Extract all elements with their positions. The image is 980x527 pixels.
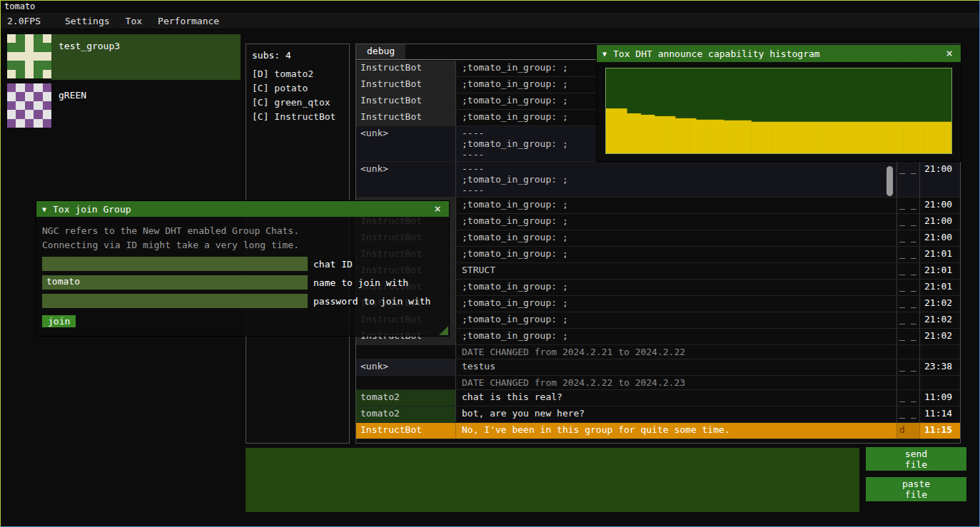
- message-time: 23:38: [920, 359, 960, 375]
- message-time: 11:14: [920, 406, 960, 422]
- group-avatar: [7, 83, 51, 128]
- join-name-label: name to join with: [313, 277, 408, 288]
- chat-id-input[interactable]: [42, 257, 308, 271]
- message-text: DATE CHANGED from 2024.2.22 to 2024.2.23: [456, 376, 897, 389]
- message-time: 21:00: [920, 214, 960, 230]
- chat-row: DATE CHANGED from 2024.2.22 to 2024.2.23: [356, 376, 960, 390]
- join-password-input[interactable]: [42, 294, 308, 308]
- message-input[interactable]: [246, 448, 859, 512]
- chat-row: InstructBotNo, I've been in this group f…: [356, 423, 960, 439]
- message-author: InstructBot: [356, 110, 456, 126]
- message-marks: _ _: [897, 247, 920, 262]
- group-avatar: [7, 34, 51, 78]
- message-text: ;tomato_in_group: ;: [456, 230, 897, 246]
- tab-debug[interactable]: debug: [356, 44, 405, 59]
- message-marks: _ _: [897, 312, 920, 328]
- join-window-title: Tox join Group: [53, 204, 432, 215]
- message-text: ;tomato_in_group: ;: [456, 312, 897, 328]
- message-marks: [897, 345, 920, 359]
- message-time: [920, 376, 960, 389]
- window-title: tomato: [4, 1, 35, 11]
- message-marks: _ _: [897, 390, 920, 406]
- message-author: [356, 376, 456, 389]
- group-name: gREEN: [51, 83, 241, 129]
- menu-item-settings[interactable]: Settings: [57, 13, 118, 29]
- message-marks: _ _: [897, 359, 920, 375]
- message-text: STRUCT: [456, 263, 897, 279]
- join-password-label: password to join with: [313, 296, 430, 307]
- message-author: [356, 345, 456, 359]
- member-item-tomato2[interactable]: [D] tomato2: [246, 68, 349, 82]
- histogram-window: ▼ Tox DHT announce capability histogram …: [597, 45, 961, 161]
- message-time: 21:01: [920, 247, 960, 262]
- message-author: InstructBot: [356, 93, 456, 109]
- paste-file-button[interactable]: paste file: [866, 477, 966, 501]
- chat-row: <unk>testus_ _23:38: [356, 359, 960, 376]
- join-name-input[interactable]: tomato: [42, 275, 308, 290]
- message-time: 21:02: [920, 296, 960, 312]
- message-text: ;tomato_in_group: ;: [456, 247, 897, 262]
- message-time: 11:09: [920, 390, 960, 406]
- message-marks: _ _: [897, 296, 920, 312]
- collapse-arrow-icon[interactable]: ▼: [42, 205, 46, 213]
- message-text: ;tomato_in_group: ;: [456, 198, 897, 213]
- join-window-titlebar[interactable]: ▼ Tox join Group ×: [36, 201, 449, 217]
- message-author: <unk>: [356, 359, 456, 375]
- message-text: bot, are you new here?: [456, 406, 897, 422]
- chat-row: tomato2chat is this real?_ _11:09: [356, 390, 960, 406]
- message-text: ;tomato_in_group: ;: [456, 329, 897, 344]
- chat-row: <unk>---- ;tomato_in_group: ; ----_ _21:…: [356, 162, 960, 198]
- composer: [246, 448, 859, 512]
- message-marks: _ _: [897, 214, 920, 230]
- message-time: 21:02: [920, 329, 960, 344]
- member-item-potato[interactable]: [C] potato: [246, 82, 349, 96]
- member-item-green-qtox[interactable]: [C] green_qtox: [246, 96, 349, 111]
- message-author: InstructBot: [356, 77, 456, 93]
- message-text: ;tomato_in_group: ;: [456, 280, 897, 295]
- join-window-body: NGC refers to the New DHT enabled Group …: [36, 217, 449, 336]
- message-time: 11:15: [920, 423, 960, 439]
- message-time: 21:01: [920, 280, 960, 295]
- message-marks: _ _: [897, 230, 920, 246]
- collapse-arrow-icon[interactable]: ▼: [602, 50, 607, 58]
- message-time: 21:00: [920, 230, 960, 246]
- message-author: InstructBot: [356, 423, 456, 439]
- send-file-button[interactable]: send file: [866, 447, 966, 471]
- chat-scrollbar-thumb[interactable]: [886, 166, 893, 196]
- group-name: test_group3: [51, 34, 241, 80]
- message-author: <unk>: [356, 162, 456, 197]
- close-icon[interactable]: ×: [944, 48, 955, 59]
- resize-grip[interactable]: [439, 326, 448, 335]
- member-item-instructbot[interactable]: [C] InstructBot: [246, 111, 349, 125]
- message-author: <unk>: [356, 126, 456, 161]
- message-author: InstructBot: [356, 61, 456, 76]
- titlebar: tomato: [1, 1, 979, 13]
- histogram-window-titlebar[interactable]: ▼ Tox DHT announce capability histogram …: [597, 45, 961, 62]
- chat-row: tomato2bot, are you new here?_ _11:14: [356, 406, 960, 423]
- join-button[interactable]: join: [42, 315, 76, 327]
- histogram-svg: [606, 68, 951, 153]
- menu-item-tox[interactable]: Tox: [118, 13, 150, 29]
- message-text: chat is this real?: [456, 390, 897, 406]
- message-text: ;tomato_in_group: ;: [456, 214, 897, 230]
- join-info-line-2: Connecting via ID might take a very long…: [42, 238, 443, 252]
- message-time: 21:00: [920, 198, 960, 213]
- message-marks: d: [897, 423, 920, 439]
- message-marks: [897, 376, 920, 389]
- group-item-green[interactable]: gREEN: [7, 83, 241, 129]
- message-time: 21:00: [920, 162, 960, 197]
- fps-counter: 2.0FPS: [1, 16, 47, 26]
- message-text: ---- ;tomato_in_group: ; ----: [456, 162, 897, 197]
- group-item-test-group3[interactable]: test_group3: [7, 34, 241, 80]
- message-text: testus: [456, 359, 897, 375]
- menu-item-performance[interactable]: Performance: [150, 13, 227, 29]
- message-author: tomato2: [356, 406, 456, 422]
- message-marks: _ _: [897, 329, 920, 344]
- histogram-window-body: [597, 62, 961, 161]
- message-marks: _ _: [897, 280, 920, 295]
- close-icon[interactable]: ×: [432, 203, 443, 215]
- chat-row: DATE CHANGED from 2024.2.21 to 2024.2.22: [356, 345, 960, 359]
- message-time: 21:02: [920, 312, 960, 328]
- join-info-line-1: NGC refers to the New DHT enabled Group …: [42, 224, 443, 238]
- message-text: No, I've been in this group for quite so…: [456, 423, 897, 439]
